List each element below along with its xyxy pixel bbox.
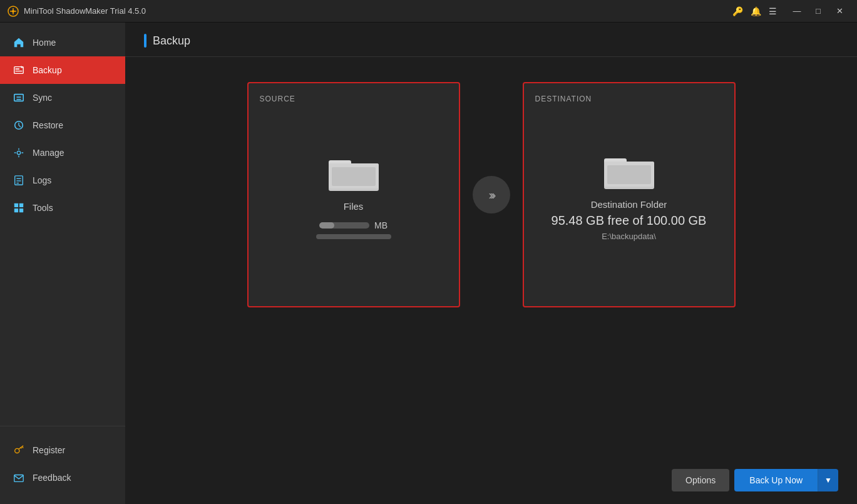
page-title: Backup <box>153 34 190 48</box>
content-body: SOURCE Files <box>125 57 857 456</box>
destination-card[interactable]: DESTINATION Destination Folder 95.48 GB … <box>523 82 736 307</box>
svg-line-20 <box>22 447 23 448</box>
destination-free-space: 95.48 GB free of 100.00 GB <box>552 213 707 228</box>
backup-icon <box>13 64 25 76</box>
svg-rect-26 <box>332 167 376 186</box>
app-icon <box>8 6 19 17</box>
svg-point-1 <box>12 10 14 13</box>
source-size-bar: MB <box>319 220 387 230</box>
backup-cards-row: SOURCE Files <box>144 76 838 307</box>
sidebar-item-sync[interactable]: Sync <box>0 84 125 111</box>
chevron-arrows: ››› <box>489 188 494 202</box>
menu-icon[interactable]: ☰ <box>769 6 777 16</box>
source-card[interactable]: SOURCE Files <box>247 82 460 307</box>
sidebar-label-register: Register <box>33 445 65 455</box>
source-folder-icon <box>329 151 379 191</box>
sidebar: Home Backup <box>0 23 125 504</box>
sidebar-nav: Home Backup <box>0 23 125 426</box>
backup-now-group: Back Up Now ▼ <box>734 469 838 491</box>
tools-icon <box>13 202 25 214</box>
svg-rect-30 <box>607 165 651 184</box>
size-bar-fill <box>319 222 334 229</box>
svg-point-9 <box>17 151 20 154</box>
maximize-button[interactable]: □ <box>808 3 828 20</box>
sidebar-item-logs[interactable]: Logs <box>0 167 125 194</box>
svg-point-18 <box>15 448 19 453</box>
window-controls: — □ ✕ <box>787 3 849 20</box>
sidebar-item-tools[interactable]: Tools <box>0 194 125 222</box>
sidebar-label-restore: Restore <box>33 120 63 130</box>
svg-rect-5 <box>14 95 23 101</box>
sidebar-item-backup[interactable]: Backup <box>0 56 125 84</box>
close-button[interactable]: ✕ <box>829 3 849 20</box>
email-icon <box>13 471 25 484</box>
sync-icon <box>13 91 25 104</box>
logs-icon <box>13 174 25 187</box>
content-footer: Options Back Up Now ▼ <box>125 456 857 504</box>
content-header: Backup <box>125 23 857 57</box>
sidebar-item-manage[interactable]: Manage <box>0 139 125 167</box>
sidebar-label-logs: Logs <box>33 175 51 185</box>
svg-rect-3 <box>16 68 19 69</box>
minimize-button[interactable]: — <box>787 3 807 20</box>
sidebar-label-tools: Tools <box>33 203 53 213</box>
backup-now-dropdown[interactable]: ▼ <box>818 469 838 491</box>
bell-icon[interactable]: 🔔 <box>751 6 761 16</box>
sidebar-label-manage: Manage <box>33 148 64 158</box>
source-card-inner: Files MB <box>261 96 446 294</box>
source-file-label: Files <box>344 201 364 212</box>
options-button[interactable]: Options <box>672 469 729 491</box>
title-bar-extras: 🔑 🔔 ☰ <box>732 6 777 16</box>
title-bar: MiniTool ShadowMaker Trial 4.5.0 🔑 🔔 ☰ —… <box>0 0 857 23</box>
destination-folder-icon <box>604 149 654 189</box>
destination-card-inner: Destination Folder 95.48 GB free of 100.… <box>536 96 722 294</box>
sidebar-label-sync: Sync <box>33 93 52 103</box>
arrow-connector: ››› <box>473 176 510 213</box>
svg-rect-16 <box>14 208 18 212</box>
home-icon <box>13 36 25 49</box>
restore-icon <box>13 119 25 131</box>
key-icon <box>13 444 25 456</box>
sidebar-item-home[interactable]: Home <box>0 29 125 56</box>
key-icon[interactable]: 🔑 <box>732 6 743 16</box>
svg-rect-17 <box>19 208 23 212</box>
sidebar-item-register[interactable]: Register <box>0 436 125 464</box>
source-sub-bar <box>316 234 391 239</box>
size-bar-track <box>319 222 369 229</box>
sidebar-label-feedback: Feedback <box>33 473 71 483</box>
sidebar-item-feedback[interactable]: Feedback <box>0 464 125 491</box>
svg-rect-14 <box>14 203 18 207</box>
sidebar-label-home: Home <box>33 38 56 48</box>
svg-rect-22 <box>14 475 23 482</box>
header-accent-bar <box>144 34 146 48</box>
svg-rect-4 <box>16 71 23 71</box>
app-title: MiniTool ShadowMaker Trial 4.5.0 <box>24 6 732 16</box>
destination-path: E:\backupdata\ <box>602 232 656 241</box>
manage-icon <box>13 147 25 159</box>
sidebar-item-restore[interactable]: Restore <box>0 111 125 139</box>
backup-now-button[interactable]: Back Up Now <box>734 469 818 491</box>
source-size-text: MB <box>374 220 387 230</box>
content-area: Backup SOURCE Files <box>125 23 857 504</box>
destination-folder-label: Destination Folder <box>591 199 667 210</box>
main-container: Home Backup <box>0 23 857 504</box>
sidebar-label-backup: Backup <box>33 65 62 75</box>
sidebar-bottom: Register Feedback <box>0 426 125 504</box>
svg-rect-15 <box>19 203 23 207</box>
